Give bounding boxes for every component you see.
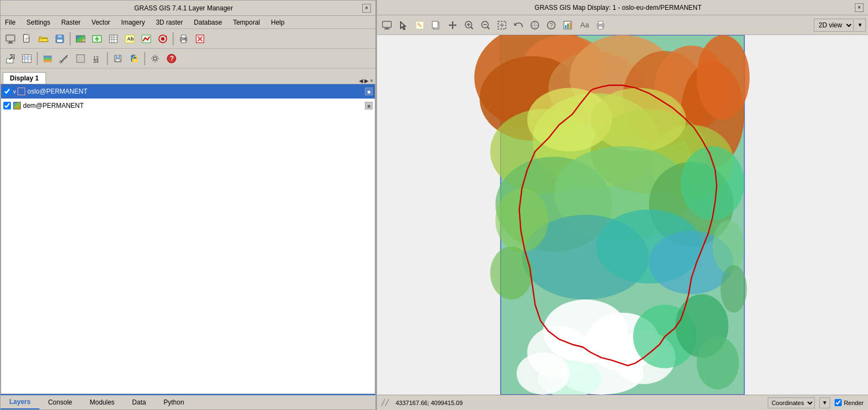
status-divider: ╱╱	[381, 399, 389, 406]
tab-python[interactable]: Python	[155, 395, 192, 409]
svg-rect-7	[57, 39, 62, 42]
lm-settings-btn[interactable]	[147, 51, 163, 66]
svg-rect-31	[77, 55, 84, 62]
sep-2	[173, 32, 174, 45]
display-tab-1[interactable]: Display 1	[3, 72, 46, 84]
zoom-back-map-btn[interactable]	[511, 18, 526, 33]
new-btn[interactable]	[19, 31, 35, 47]
sep-3	[37, 52, 38, 65]
tab-data[interactable]: Data	[123, 395, 155, 409]
analyze-map-btn[interactable]	[560, 18, 575, 33]
map-title: GRASS GIS Map Display: 1 - oslo-eu-dem/P…	[381, 4, 855, 11]
layer-item-dem[interactable]: dem@PERMANENT ■	[1, 99, 375, 113]
menu-temporal[interactable]: Temporal	[231, 18, 262, 27]
map-canvas[interactable]	[377, 35, 868, 395]
menu-imagery[interactable]: Imagery	[119, 18, 147, 27]
map-display-btn[interactable]	[379, 18, 395, 33]
layer-dem-icon	[13, 102, 21, 109]
edit-layer-btn[interactable]	[3, 51, 18, 66]
tab-modules[interactable]: Modules	[81, 395, 123, 409]
svg-rect-62	[744, 35, 861, 395]
svg-point-79	[591, 88, 686, 152]
measure-btn[interactable]	[56, 51, 72, 66]
menu-3draster[interactable]: 3D raster	[153, 18, 185, 27]
tab-close-btn[interactable]: ×	[370, 78, 373, 84]
layer-item-oslo[interactable]: v oslo@PERMANENT ■	[1, 84, 375, 99]
new-display-btn[interactable]	[3, 31, 18, 47]
add-raster-map-btn[interactable]: +	[73, 31, 88, 47]
query-map-btn[interactable]: ?	[544, 18, 559, 33]
print-map-btn[interactable]	[176, 31, 191, 47]
svg-point-37	[153, 57, 157, 60]
display-tab-bar: Display 1 ◀ ▶ ×	[1, 68, 375, 84]
svg-point-73	[696, 35, 750, 120]
svg-point-97	[495, 188, 549, 252]
menu-settings[interactable]: Settings	[24, 18, 52, 27]
layer-dem-checkbox[interactable]	[3, 102, 11, 109]
tab-nav: ◀ ▶ ×	[359, 78, 373, 84]
menu-file[interactable]: File	[3, 18, 18, 27]
svg-rect-2	[8, 43, 13, 44]
render-control: Render	[835, 399, 864, 406]
python-shell-btn[interactable]	[127, 51, 142, 66]
menu-help[interactable]: Help	[269, 18, 287, 27]
grid-overlay-btn[interactable]	[73, 51, 88, 66]
attrib-table-btn[interactable]	[19, 51, 35, 66]
layer-dem-close[interactable]: ■	[365, 102, 373, 109]
display-tab-label: Display 1	[10, 74, 39, 82]
zoom-region-map-btn[interactable]	[494, 18, 510, 33]
workspace-save-btn[interactable]	[110, 51, 125, 66]
numbers-btn[interactable]: 1234	[89, 51, 105, 66]
sep-1	[70, 32, 71, 45]
zoom-in-map-btn[interactable]	[461, 18, 477, 33]
add-various-btn[interactable]	[89, 31, 105, 47]
svg-rect-0	[6, 35, 15, 41]
svg-text:Ab: Ab	[127, 36, 134, 42]
render-checkbox[interactable]	[835, 399, 842, 406]
add-vector2-btn[interactable]: +	[155, 31, 170, 47]
layer-oslo-checkbox[interactable]	[3, 88, 11, 95]
map-pencil-btn[interactable]: ✎	[412, 18, 427, 33]
svg-rect-58	[598, 21, 603, 24]
remove-layer-btn[interactable]	[192, 31, 208, 47]
map-copy-map-btn[interactable]	[429, 18, 444, 33]
coord-dropdown-btn[interactable]: ▼	[819, 397, 830, 408]
tab-layers[interactable]: Layers	[1, 395, 39, 409]
save-btn[interactable]	[52, 31, 67, 47]
map-pointer-btn[interactable]	[396, 18, 411, 33]
coord-type-select[interactable]: Coordinates Map units Geographic	[768, 397, 815, 408]
svg-text:34: 34	[93, 59, 99, 64]
map-titlebar: GRASS GIS Map Display: 1 - oslo-eu-dem/P…	[377, 0, 868, 15]
svg-point-16	[161, 37, 164, 41]
add-grid-btn[interactable]	[106, 31, 121, 47]
menu-database[interactable]: Database	[192, 18, 224, 27]
map-close-btn[interactable]: ×	[855, 3, 864, 12]
svg-point-35	[133, 56, 134, 57]
svg-point-100	[721, 265, 747, 313]
view-select[interactable]: 2D view 3D view	[814, 19, 854, 32]
layer-oslo-close[interactable]: ■	[365, 88, 373, 95]
svg-text:+: +	[83, 38, 85, 43]
decorations-btn[interactable]: Aa	[576, 18, 592, 33]
menu-raster[interactable]: Raster	[59, 18, 83, 27]
tab-next-btn[interactable]: ▶	[364, 78, 369, 84]
open-btn[interactable]	[36, 31, 51, 47]
add-labels-toolbar-btn[interactable]: Ab	[122, 31, 138, 47]
svg-rect-28	[44, 58, 52, 60]
svg-rect-34	[116, 59, 120, 61]
add-vector-map-btn[interactable]	[139, 31, 154, 47]
zoom-out-map-btn[interactable]	[478, 18, 493, 33]
tab-prev-btn[interactable]: ◀	[359, 78, 363, 84]
svg-text:?: ?	[550, 22, 553, 28]
lm-help-btn[interactable]: ?	[164, 51, 179, 66]
view-dropdown-btn[interactable]: ▼	[855, 19, 866, 32]
menu-vector[interactable]: Vector	[89, 18, 112, 27]
data-catalog-btn[interactable]	[40, 51, 55, 66]
zoom-default-map-btn[interactable]	[527, 18, 542, 33]
svg-rect-55	[569, 22, 571, 28]
map-print-map-btn[interactable]	[593, 18, 608, 33]
layer-manager-close[interactable]: ×	[362, 4, 371, 13]
svg-rect-53	[565, 25, 567, 28]
map-pan-btn[interactable]	[445, 18, 460, 33]
tab-console[interactable]: Console	[39, 395, 81, 409]
